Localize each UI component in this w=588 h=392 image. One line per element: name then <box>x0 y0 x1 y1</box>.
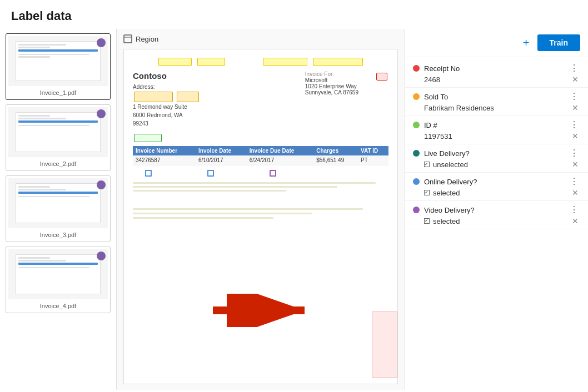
right-panel: + Train Receipt No ⋮ 2468 ✕ <box>405 29 588 390</box>
page-title: Label data <box>0 0 588 29</box>
red-arrow <box>213 294 313 328</box>
label-clear-sold-to[interactable]: ✕ <box>570 103 580 112</box>
doc-name-1: Invoice_1.pdf <box>8 88 108 97</box>
svg-rect-0 <box>124 35 132 43</box>
doc-item-3[interactable]: Invoice_3.pdf <box>6 175 111 242</box>
label-value-sold-to: Fabrikam Residences <box>424 104 494 112</box>
label-value-live-delivery: unselected <box>424 160 468 169</box>
region-label: Region <box>136 35 158 43</box>
label-menu-live-delivery[interactable]: ⋮ <box>568 149 580 158</box>
label-dot-online-delivery <box>413 178 420 185</box>
column-markers <box>133 170 388 177</box>
label-menu-id[interactable]: ⋮ <box>568 120 580 129</box>
label-name-id: ID # <box>424 121 437 129</box>
invoice-table: Invoice Number Invoice Date Invoice Due … <box>133 146 388 165</box>
invoice-company: Contoso <box>133 71 200 81</box>
train-button[interactable]: Train <box>537 34 580 51</box>
region-icon <box>123 34 132 43</box>
label-name-receipt-no: Receipt No <box>424 64 460 73</box>
label-dot-receipt-no <box>413 65 420 72</box>
label-clear-live-delivery[interactable]: ✕ <box>570 160 580 169</box>
invoice-address: Address: 1 Redmond way Suite 6000 Redmon… <box>133 83 200 128</box>
invoice-preview: Contoso Address: 1 Redmond way Suite 600… <box>123 49 398 384</box>
label-clear-receipt-no[interactable]: ✕ <box>570 75 580 84</box>
doc-item-4[interactable]: Invoice_4.pdf <box>6 247 111 313</box>
label-menu-sold-to[interactable]: ⋮ <box>568 92 580 101</box>
checkbox-icon-video-delivery <box>424 218 430 224</box>
add-label-button[interactable]: + <box>520 36 533 51</box>
label-value-id: 1197531 <box>424 132 452 140</box>
label-dot-id <box>413 122 420 128</box>
label-name-sold-to: Sold To <box>424 93 448 101</box>
document-sidebar: Invoice_1.pdf Invoice_2.pdf <box>0 29 117 390</box>
label-menu-receipt-no[interactable]: ⋮ <box>568 64 580 73</box>
doc-item-1[interactable]: Invoice_1.pdf <box>6 33 111 100</box>
label-value-video-delivery: selected <box>424 217 460 225</box>
right-header: + Train <box>405 29 588 57</box>
label-menu-online-delivery[interactable]: ⋮ <box>568 177 580 186</box>
doc-name-3: Invoice_3.pdf <box>8 230 108 239</box>
label-group-online-delivery: Online Delivery? ⋮ selected ✕ <box>405 173 588 201</box>
label-dot-video-delivery <box>413 207 420 213</box>
center-panel: Region Contoso Address: <box>117 29 405 390</box>
label-dot-live-delivery <box>413 150 420 157</box>
doc-item-2[interactable]: Invoice_2.pdf <box>6 104 111 171</box>
label-name-online-delivery: Online Delivery? <box>424 178 477 186</box>
label-menu-video-delivery[interactable]: ⋮ <box>568 205 580 214</box>
label-group-live-delivery: Live Delivery? ⋮ unselected ✕ <box>405 144 588 173</box>
region-bar: Region <box>123 34 398 43</box>
doc-name-4: Invoice_4.pdf <box>8 301 108 310</box>
label-clear-online-delivery[interactable]: ✕ <box>570 188 580 197</box>
label-name-video-delivery: Video Delivery? <box>424 206 475 214</box>
label-group-receipt-no: Receipt No ⋮ 2468 ✕ <box>405 59 588 88</box>
label-group-sold-to: Sold To ⋮ Fabrikam Residences ✕ <box>405 88 588 116</box>
label-group-video-delivery: Video Delivery? ⋮ selected ✕ <box>405 201 588 229</box>
label-value-online-delivery: selected <box>424 189 460 197</box>
checkbox-icon-live-delivery <box>424 162 430 167</box>
checkbox-icon-online-delivery <box>424 190 430 195</box>
label-name-live-delivery: Live Delivery? <box>424 149 470 158</box>
label-clear-video-delivery[interactable]: ✕ <box>570 217 580 225</box>
doc-name-2: Invoice_2.pdf <box>8 159 108 168</box>
label-clear-id[interactable]: ✕ <box>570 132 580 140</box>
labels-list: Receipt No ⋮ 2468 ✕ Sold To <box>405 57 588 390</box>
label-dot-sold-to <box>413 93 420 100</box>
label-value-receipt-no: 2468 <box>424 76 440 84</box>
label-group-id: ID # ⋮ 1197531 ✕ <box>405 116 588 144</box>
highlight-region <box>372 311 397 378</box>
